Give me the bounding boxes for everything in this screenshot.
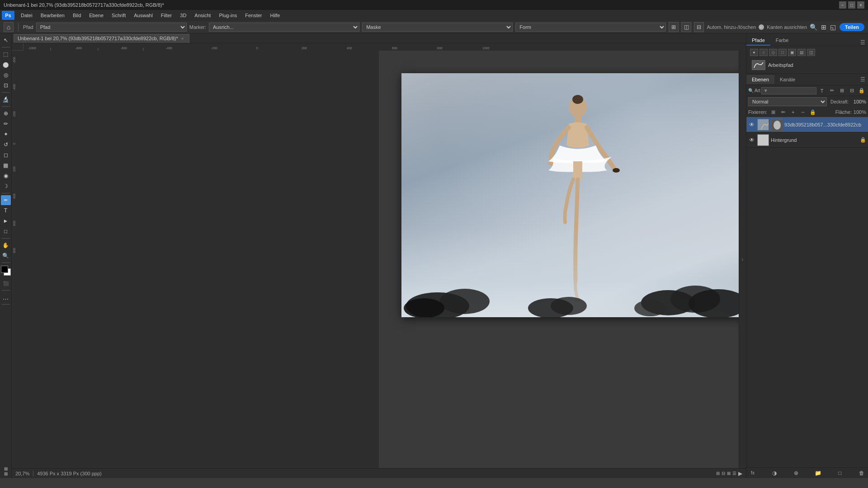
canvas-scroll-area[interactable]: › — [379, 51, 746, 468]
form-select[interactable]: Form — [515, 23, 666, 32]
quick-select-tool[interactable]: ◎ — [1, 70, 11, 80]
menu-fenster[interactable]: Fenster — [241, 12, 265, 19]
move-tool[interactable]: ↖ — [1, 35, 11, 45]
path-select-tool[interactable]: ► — [1, 216, 11, 226]
eyedropper-tool[interactable]: 🔬 — [1, 94, 11, 104]
layer-mask-btn[interactable]: ◑ — [770, 469, 779, 477]
blend-mode-select[interactable]: Normal — [748, 97, 827, 106]
layer-0-visibility[interactable]: 👁 — [748, 121, 755, 128]
lock-transparency-btn[interactable]: ⊞ — [769, 108, 777, 116]
layer-filter-smart-btn[interactable]: ⊟ — [847, 87, 856, 95]
window-controls[interactable]: − □ × — [839, 1, 864, 9]
status-tools-btn[interactable]: ⊠ — [727, 471, 731, 476]
layer-filter-lock-btn[interactable]: 🔒 — [857, 87, 866, 95]
type-tool[interactable]: T — [1, 206, 11, 216]
canvas-area: -600 -400 -200 0 200 400 600 800 — [12, 51, 746, 468]
layer-1-visibility[interactable]: 👁 — [748, 136, 755, 144]
share-button[interactable]: Teilen — [840, 23, 864, 31]
foreground-color[interactable] — [1, 266, 8, 273]
tab-pfade[interactable]: Pfade — [746, 36, 770, 46]
paths-mask-btn[interactable]: ◫ — [807, 49, 815, 56]
tool-home-btn[interactable]: ⌂ — [4, 22, 14, 32]
path-select[interactable]: Pfad — [36, 23, 187, 32]
menu-plugins[interactable]: Plug-ins — [215, 12, 241, 19]
brush-tool[interactable]: ✏ — [1, 119, 11, 129]
menu-ansicht[interactable]: Ansicht — [191, 12, 214, 19]
menu-ebene[interactable]: Ebene — [85, 12, 107, 19]
extra-tools[interactable]: … — [1, 292, 11, 302]
layer-delete-btn[interactable]: 🗑 — [857, 469, 866, 477]
doc-tab-close[interactable]: × — [180, 36, 185, 41]
menu-schrift[interactable]: Schrift — [108, 12, 129, 19]
lock-image-btn[interactable]: ✏ — [779, 108, 787, 116]
lock-all-btn[interactable]: 🔒 — [809, 108, 817, 116]
tab-kanaele[interactable]: Kanäle — [774, 75, 801, 84]
paths-circle-btn[interactable]: ○ — [760, 49, 768, 56]
eraser-tool[interactable]: ◻ — [1, 150, 11, 160]
gradient-tool[interactable]: ▦ — [1, 160, 11, 170]
status-snap-btn[interactable]: ⊟ — [722, 471, 725, 476]
menu-hilfe[interactable]: Hilfe — [266, 12, 283, 19]
layer-adjustment-btn[interactable]: ⊕ — [792, 469, 801, 477]
lock-position-btn[interactable]: + — [789, 108, 797, 116]
layers-menu-icon[interactable]: ☰ — [860, 76, 865, 83]
blur-tool[interactable]: ◉ — [1, 171, 11, 181]
pen-tool[interactable]: ✒ — [1, 195, 11, 205]
hand-tool[interactable]: ✋ — [1, 240, 11, 250]
ausrichten-select[interactable]: Ausrich... — [209, 23, 359, 32]
workspace-btn[interactable]: ◱ — [830, 23, 836, 31]
status-view-btn[interactable]: ⊞ — [716, 471, 720, 476]
layer-item-0[interactable]: 👁 93db395218b057...330cfde8922cb — [746, 117, 868, 132]
menu-datei[interactable]: Datei — [17, 12, 36, 19]
status-info-btn[interactable]: ▶ — [738, 470, 742, 477]
maximize-button[interactable]: □ — [848, 1, 855, 9]
history-brush-tool[interactable]: ↺ — [1, 140, 11, 150]
layer-filter-text-btn[interactable]: ⊞ — [837, 87, 846, 95]
lock-artboard-btn[interactable]: ↔ — [799, 108, 807, 116]
autom-checkbox[interactable]: ✓ — [759, 24, 764, 30]
foreground-background-color[interactable] — [1, 266, 11, 276]
layer-item-1[interactable]: 👁 Hintergrund 🔒 — [746, 132, 868, 148]
crop-tool[interactable]: ⊡ — [1, 80, 11, 90]
rectangular-marquee-tool[interactable]: ⬚ — [1, 49, 11, 59]
layer-fx-btn[interactable]: fx — [748, 469, 757, 477]
panel-menu-icon[interactable]: ☰ — [860, 39, 865, 46]
menu-filter[interactable]: Filter — [157, 12, 175, 19]
layer-new-btn[interactable]: □ — [835, 469, 844, 477]
minimize-button[interactable]: − — [839, 1, 846, 9]
search-btn[interactable]: 🔍 — [810, 23, 817, 31]
tab-farbe[interactable]: Farbe — [770, 36, 794, 46]
dodge-tool[interactable]: ☽ — [1, 181, 11, 191]
document-tab[interactable]: Unbenant-1 bei 20,7% (93db395218b0572717… — [14, 34, 189, 43]
paths-square-btn[interactable]: □ — [778, 49, 787, 56]
spot-healing-tool[interactable]: ⊕ — [1, 108, 11, 118]
layer-group-btn[interactable]: 📁 — [814, 469, 823, 477]
close-button[interactable]: × — [857, 1, 864, 9]
tab-ebenen[interactable]: Ebenen — [746, 75, 774, 84]
paths-rounded-btn[interactable]: ▣ — [788, 49, 796, 56]
paths-new-path-btn[interactable]: ● — [750, 49, 758, 56]
clone-stamp-tool[interactable]: ✦ — [1, 129, 11, 139]
quick-mask-mode[interactable]: ⬛ — [1, 278, 11, 288]
menu-auswahl[interactable]: Auswahl — [130, 12, 156, 19]
rectangle-tool[interactable]: □ — [1, 226, 11, 236]
status-extra-btn[interactable]: ☰ — [732, 471, 736, 476]
maske-select[interactable]: Maske — [362, 23, 513, 32]
paths-arbeitspfad[interactable]: Arbeitspfad — [750, 59, 864, 71]
edit-toolbar-btn[interactable]: ⊞⊞ — [1, 466, 11, 476]
right-panel-collapse[interactable]: › — [739, 51, 746, 468]
path-align-btn[interactable]: ⊟ — [694, 22, 704, 32]
menu-3d[interactable]: 3D — [176, 12, 190, 19]
path-arrange-btn[interactable]: ◫ — [681, 22, 691, 32]
zoom-tool[interactable]: 🔍 — [1, 251, 11, 261]
paths-diamond-btn[interactable]: ◇ — [769, 49, 777, 56]
paths-fill-btn[interactable]: ▤ — [797, 49, 806, 56]
layer-filter-kind-btn[interactable]: T — [817, 87, 826, 95]
arrange-windows-btn[interactable]: ⊞ — [821, 23, 826, 31]
menu-bild[interactable]: Bild — [69, 12, 85, 19]
menu-bearbeiten[interactable]: Bearbeiten — [37, 12, 68, 19]
path-ops-btn[interactable]: ⊞ — [669, 22, 679, 32]
lasso-tool[interactable]: ⬤ — [1, 60, 11, 70]
layer-filter-adj-btn[interactable]: ✏ — [827, 87, 836, 95]
layer-search-field[interactable]: ▼ — [761, 87, 816, 94]
